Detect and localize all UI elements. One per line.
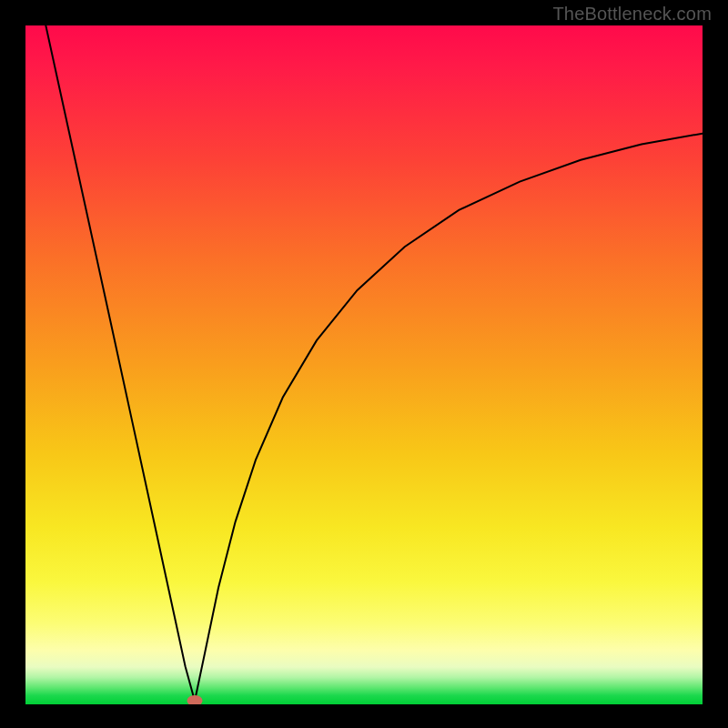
right-branch-path: [195, 134, 703, 702]
watermark-text: TheBottleneck.com: [552, 4, 712, 25]
chart-frame: TheBottleneck.com: [0, 0, 728, 728]
plot-area: [25, 25, 703, 704]
left-branch-path: [46, 25, 195, 701]
min-point-marker: [187, 695, 203, 704]
curve-svg: [25, 25, 703, 704]
